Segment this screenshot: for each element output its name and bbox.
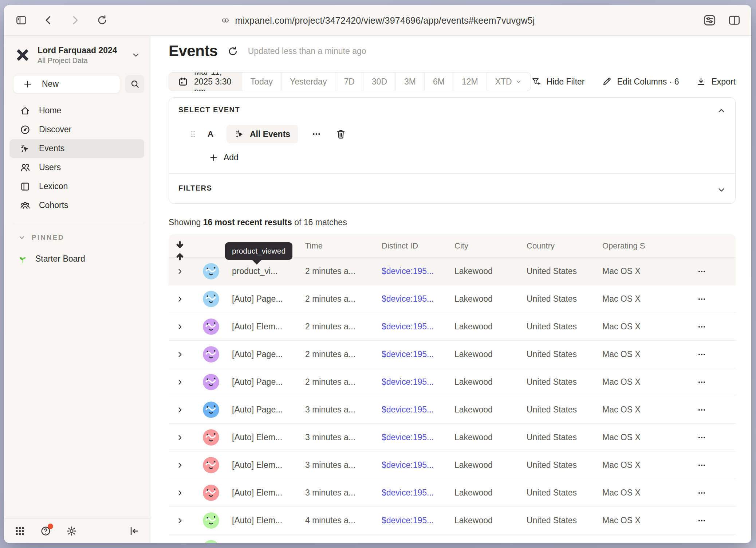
forward-icon[interactable] — [67, 12, 83, 29]
cell-event-name[interactable]: product_vi... — [232, 266, 305, 276]
events-icon — [20, 143, 31, 154]
table-row[interactable]: [Auto] Elem... 3 minutes a... $device:19… — [169, 479, 736, 507]
expand-row-icon[interactable] — [176, 378, 184, 386]
cell-city: Lakewood — [454, 460, 527, 470]
expand-row-icon[interactable] — [176, 406, 184, 414]
cell-distinct-id[interactable]: $device:195... — [382, 460, 454, 470]
cell-distinct-id[interactable]: $device:195... — [382, 488, 454, 498]
range-30d[interactable]: 30D — [363, 73, 396, 91]
expand-row-icon[interactable] — [176, 267, 184, 275]
column-distinct-id[interactable]: Distinct ID — [382, 241, 454, 251]
sidebar-item-cohorts[interactable]: Cohorts — [9, 196, 144, 215]
sidebar-item-home[interactable]: Home — [9, 101, 144, 120]
sidebar-toggle-icon[interactable] — [13, 12, 29, 29]
new-button[interactable]: New — [13, 75, 120, 93]
table-row[interactable]: [Auto] Page... 2 minutes a... $device:19… — [169, 285, 736, 313]
cell-distinct-id[interactable]: $device:195... — [382, 349, 454, 359]
page-settings-icon[interactable] — [701, 12, 718, 29]
row-menu-icon[interactable] — [697, 405, 706, 415]
row-menu-icon[interactable] — [697, 377, 706, 387]
chevron-up-icon[interactable] — [716, 106, 727, 116]
cell-event-name[interactable]: [Auto] Elem... — [232, 488, 305, 498]
add-event-button[interactable]: Add — [209, 153, 726, 163]
cell-event-name[interactable]: [Auto] Page... — [232, 294, 305, 304]
pinned-section-header[interactable]: PINNED — [18, 234, 150, 242]
range-yesterday[interactable]: Yesterday — [281, 73, 335, 91]
expand-row-icon[interactable] — [176, 489, 184, 497]
range-7d[interactable]: 7D — [335, 73, 363, 91]
cell-event-name[interactable]: [Auto] Elem... — [232, 516, 305, 525]
sidebar-item-discover[interactable]: Discover — [9, 120, 144, 139]
refresh-icon[interactable] — [227, 46, 239, 57]
column-city[interactable]: City — [454, 241, 527, 251]
row-menu-icon[interactable] — [697, 294, 706, 304]
cell-event-name[interactable]: [Auto] Page... — [232, 377, 305, 387]
row-menu-icon[interactable] — [697, 516, 706, 525]
row-menu-icon[interactable] — [697, 322, 706, 332]
cell-distinct-id[interactable]: $device:195... — [382, 377, 454, 387]
table-row[interactable]: [Auto] Elem... 2 minutes a... $device:19… — [169, 313, 736, 341]
cell-distinct-id[interactable]: $device:195... — [382, 266, 454, 276]
pinned-item-starter-board[interactable]: Starter Board — [18, 254, 150, 264]
column-time[interactable]: Time — [305, 241, 382, 251]
cell-distinct-id[interactable]: $device:195... — [382, 294, 454, 304]
split-view-icon[interactable] — [726, 12, 743, 29]
search-button[interactable] — [125, 75, 144, 93]
back-icon[interactable] — [40, 12, 56, 29]
expand-row-icon[interactable] — [176, 351, 184, 359]
table-row[interactable]: [Auto] Page... 2 minutes a... $device:19… — [169, 341, 736, 368]
expand-row-icon[interactable] — [176, 461, 184, 469]
table-row[interactable]: [Auto] Page... 2 minutes a... $device:19… — [169, 368, 736, 396]
expand-row-icon[interactable] — [176, 517, 184, 525]
column-country[interactable]: Country — [527, 241, 602, 251]
cell-distinct-id[interactable]: $device:195... — [382, 432, 454, 442]
table-row[interactable]: [Auto] Elem... 3 minutes a... $device:19… — [169, 451, 736, 479]
address-bar[interactable]: mixpanel.com/project/3472420/view/397469… — [220, 15, 535, 26]
event-more-icon[interactable] — [311, 129, 322, 139]
reload-icon[interactable] — [94, 12, 110, 29]
expand-row-icon[interactable] — [176, 295, 184, 303]
cell-distinct-id[interactable]: $device:195... — [382, 405, 454, 415]
expand-row-icon[interactable] — [176, 323, 184, 331]
sidebar-item-lexicon[interactable]: Lexicon — [9, 177, 144, 196]
range-6m[interactable]: 6M — [425, 73, 453, 91]
expand-row-icon[interactable] — [176, 434, 184, 442]
row-menu-icon[interactable] — [697, 461, 706, 470]
range-today[interactable]: Today — [242, 73, 281, 91]
project-switcher[interactable]: Lord Farquaad 2024 All Project Data — [4, 36, 150, 65]
date-picker-button[interactable]: Mar 11, 2025 3:30 pm — [169, 73, 242, 91]
collapse-sidebar-icon[interactable] — [129, 525, 140, 537]
column-operating-system[interactable]: Operating S — [602, 241, 668, 251]
table-row[interactable]: [Auto] Elem... 3 minutes a... $device:19… — [169, 424, 736, 451]
range-12m[interactable]: 12M — [453, 73, 487, 91]
cell-distinct-id[interactable]: $device:195... — [382, 516, 454, 525]
apps-grid-icon[interactable] — [14, 525, 25, 537]
range-3m[interactable]: 3M — [396, 73, 425, 91]
settings-gear-icon[interactable] — [66, 525, 77, 537]
range-xtd[interactable]: XTD — [487, 73, 531, 91]
cell-event-name[interactable]: [Auto] Page... — [232, 349, 305, 359]
cell-event-name[interactable]: [Auto] Elem... — [232, 460, 305, 470]
trash-icon[interactable] — [335, 129, 346, 140]
row-menu-icon[interactable] — [697, 433, 706, 442]
table-row[interactable]: [Auto] Elem... 4 minutes a... $device:19… — [169, 507, 736, 535]
all-events-pill[interactable]: All Events — [227, 125, 298, 143]
export-button[interactable]: Export — [696, 77, 736, 87]
table-row[interactable] — [169, 535, 736, 543]
row-menu-icon[interactable] — [697, 350, 706, 359]
collapse-rows-icon[interactable] — [169, 239, 191, 262]
sidebar-item-events[interactable]: Events — [9, 139, 144, 158]
row-menu-icon[interactable] — [697, 267, 706, 276]
sidebar-item-users[interactable]: Users — [9, 158, 144, 177]
cell-event-name[interactable]: [Auto] Page... — [232, 405, 305, 415]
cell-distinct-id[interactable]: $device:195... — [382, 322, 454, 332]
row-menu-icon[interactable] — [697, 488, 706, 498]
drag-handle-icon[interactable] — [189, 130, 197, 138]
edit-columns-button[interactable]: Edit Columns · 6 — [602, 77, 679, 87]
hide-filter-button[interactable]: Hide Filter — [531, 77, 585, 87]
cell-event-name[interactable]: [Auto] Elem... — [232, 322, 305, 332]
help-icon[interactable] — [40, 525, 51, 537]
table-row[interactable]: [Auto] Page... 3 minutes a... $device:19… — [169, 396, 736, 424]
cell-event-name[interactable]: [Auto] Elem... — [232, 432, 305, 442]
chevron-down-icon[interactable] — [716, 185, 727, 195]
